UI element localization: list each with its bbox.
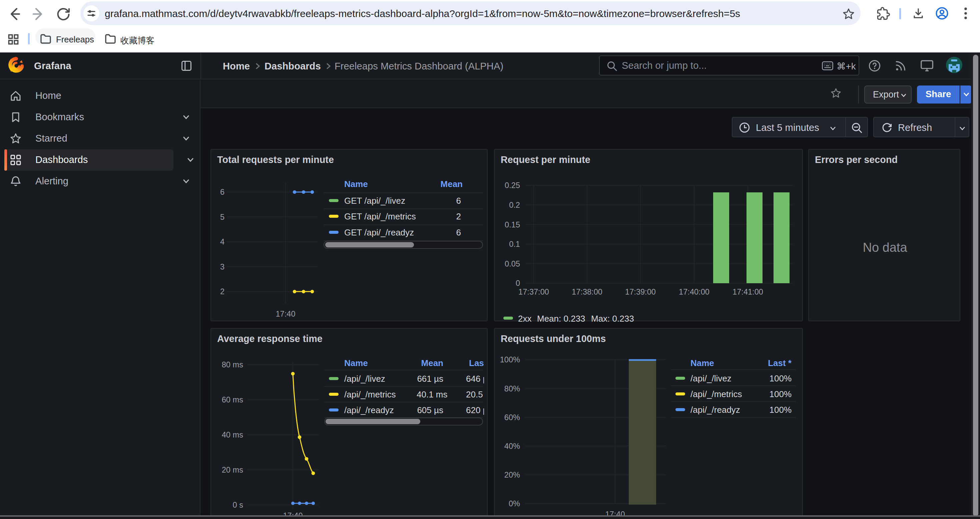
svg-text:3: 3: [220, 262, 224, 271]
svg-text:20%: 20%: [504, 471, 520, 479]
svg-text:40%: 40%: [504, 442, 520, 450]
svg-text:100%: 100%: [500, 355, 520, 364]
svg-text:20 ms: 20 ms: [222, 466, 243, 474]
svg-text:17:39:00: 17:39:00: [625, 287, 656, 296]
svg-text:17:38:00: 17:38:00: [572, 287, 602, 296]
svg-text:0 s: 0 s: [233, 501, 243, 509]
svg-text:0: 0: [516, 279, 520, 287]
svg-text:5: 5: [220, 213, 224, 222]
svg-text:0.2: 0.2: [509, 201, 520, 209]
svg-text:0.25: 0.25: [505, 181, 520, 190]
svg-text:4: 4: [220, 238, 224, 246]
svg-text:0.05: 0.05: [505, 260, 520, 268]
svg-text:17:40: 17:40: [275, 310, 295, 318]
svg-text:17:40:00: 17:40:00: [679, 287, 710, 296]
svg-text:60%: 60%: [504, 413, 520, 422]
svg-text:17:37:00: 17:37:00: [519, 287, 549, 296]
svg-text:6: 6: [220, 188, 224, 196]
svg-text:80 ms: 80 ms: [222, 360, 243, 369]
svg-text:0%: 0%: [509, 499, 520, 508]
svg-text:0.1: 0.1: [509, 240, 520, 249]
svg-text:40 ms: 40 ms: [222, 431, 243, 439]
svg-text:17:41:00: 17:41:00: [732, 287, 763, 296]
svg-text:60 ms: 60 ms: [222, 395, 243, 404]
svg-text:80%: 80%: [504, 385, 520, 393]
svg-text:2: 2: [220, 287, 224, 296]
svg-text:0.15: 0.15: [505, 220, 520, 229]
